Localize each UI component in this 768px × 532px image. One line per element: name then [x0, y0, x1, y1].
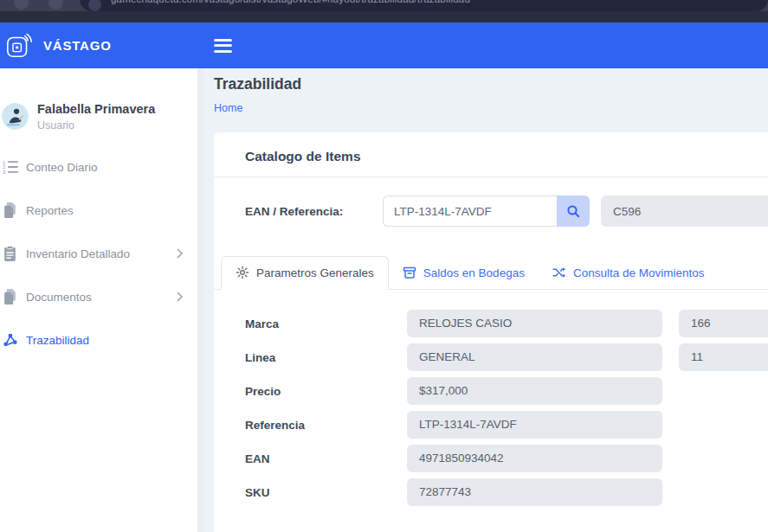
field-row-precio: Precio $317,000	[245, 377, 768, 405]
page-title: Trazabilidad	[214, 75, 768, 93]
field-label: Marca	[245, 317, 407, 330]
field-label: Precio	[245, 385, 407, 398]
sidebar-item-label: Trazabilidad	[26, 334, 89, 347]
user-role: Usuario	[37, 119, 155, 131]
marca-code-field: 166	[679, 310, 768, 337]
sidebar-item-label: Reportes	[26, 204, 74, 217]
chevron-right-icon	[177, 248, 184, 259]
sidebar-item-label: Documentos	[26, 291, 92, 304]
browser-chrome: gamechaqueta.com/vastago/dist/vastagoWeb…	[0, 0, 768, 22]
clipboard-icon	[3, 246, 18, 261]
sidebar-item-label: Conteo Diario	[26, 161, 98, 174]
search-button[interactable]	[557, 195, 590, 227]
url-text: gamechaqueta.com/vastago/dist/vastagoWeb…	[111, 0, 470, 4]
ean-referencia-input[interactable]	[383, 195, 557, 227]
sidebar-item-label: Inventario Detallado	[26, 247, 130, 260]
linea-value-field: GENERAL	[407, 343, 662, 371]
address-bar[interactable]: gamechaqueta.com/vastago/dist/vastagoWeb…	[80, 0, 768, 11]
field-label: Linea	[245, 351, 407, 364]
gear-icon	[236, 266, 249, 279]
list-ol-icon: 1 2 3	[3, 159, 18, 175]
sidebar-scrollbar[interactable]	[197, 68, 203, 532]
brand[interactable]: VÁSTAGO	[0, 31, 197, 61]
shuffle-icon	[552, 266, 566, 279]
field-row-referencia: Referencia LTP-1314L-7AVDF	[245, 411, 768, 439]
chevron-right-icon	[177, 292, 184, 302]
catalog-card: Catalogo de Items EAN / Referencia:	[214, 132, 768, 532]
parameters-form: Marca RELOJES CASIO 166 Linea GENERAL 11…	[214, 310, 768, 506]
search-icon	[566, 204, 580, 218]
page-head: Trazabilidad Home	[203, 68, 768, 132]
card-header: Catalogo de Items	[214, 132, 768, 177]
marca-value-field: RELOJES CASIO	[407, 310, 662, 337]
search-row: EAN / Referencia:	[214, 195, 768, 227]
rfid-tag-logo-icon	[5, 31, 35, 61]
browser-reload-icon[interactable]	[48, 0, 63, 10]
app-topbar: VÁSTAGO	[0, 22, 768, 68]
tab-label: Parametros Generales	[256, 266, 374, 279]
breadcrumb-home-link[interactable]: Home	[214, 102, 242, 114]
item-code-field	[601, 195, 768, 227]
avatar	[2, 103, 29, 130]
field-row-sku: SKU 72877743	[245, 478, 768, 506]
tab-parametros-generales[interactable]: Parametros Generales	[221, 256, 389, 290]
tab-label: Consulta de Movimientos	[573, 266, 705, 279]
sidebar-item-trazabilidad[interactable]: Trazabilidad	[0, 318, 197, 362]
referencia-value-field: LTP-1314L-7AVDF	[407, 411, 662, 439]
sidebar-menu: 1 2 3 Conteo Diario Reportes Inventario …	[0, 145, 197, 362]
field-label: SKU	[245, 486, 407, 499]
tab-label: Saldos en Bodegas	[423, 266, 525, 279]
sku-value-field: 72877743	[407, 478, 662, 506]
tab-saldos-en-bodegas[interactable]: Saldos en Bodegas	[389, 257, 539, 289]
file-copy-icon	[3, 202, 18, 218]
sidebar-item-reportes[interactable]: Reportes	[0, 189, 197, 232]
tab-bar: Parametros Generales Saldos en Bodegas	[214, 256, 768, 290]
sidebar-item-conteo-diario[interactable]: 1 2 3 Conteo Diario	[0, 145, 197, 189]
user-profile[interactable]: Falabella Primavera Usuario	[0, 68, 197, 131]
field-row-marca: Marca RELOJES CASIO 166	[245, 310, 768, 337]
archive-icon	[403, 266, 416, 279]
sidebar: Falabella Primavera Usuario 1 2 3 Conteo…	[0, 68, 197, 532]
field-label: Referencia	[245, 419, 407, 432]
site-info-icon[interactable]	[88, 0, 101, 11]
main-content: Trazabilidad Home Catalogo de Items EAN …	[203, 68, 768, 532]
field-label: EAN	[245, 452, 407, 465]
linea-code-field: 11	[679, 343, 768, 371]
field-row-ean: EAN 4971850934042	[245, 445, 768, 472]
file-copy-icon	[3, 289, 18, 304]
network-icon	[3, 332, 18, 348]
brand-name: VÁSTAGO	[43, 38, 112, 53]
precio-value-field: $317,000	[407, 377, 662, 405]
user-name: Falabella Primavera	[37, 102, 155, 116]
sidebar-item-documentos[interactable]: Documentos	[0, 275, 197, 318]
menu-toggle-button[interactable]	[212, 32, 234, 59]
sidebar-item-inventario-detallado[interactable]: Inventario Detallado	[0, 232, 197, 275]
svg-text:3: 3	[3, 170, 6, 175]
browser-address-row: gamechaqueta.com/vastago/dist/vastagoWeb…	[0, 0, 768, 11]
ean-referencia-label: EAN / Referencia:	[245, 205, 383, 218]
field-row-linea: Linea GENERAL 11	[245, 343, 768, 371]
card-title: Catalogo de Items	[245, 149, 361, 163]
tab-consulta-de-movimientos[interactable]: Consulta de Movimientos	[539, 257, 719, 289]
ean-value-field: 4971850934042	[407, 445, 662, 472]
browser-back-icon[interactable]	[14, 0, 29, 10]
